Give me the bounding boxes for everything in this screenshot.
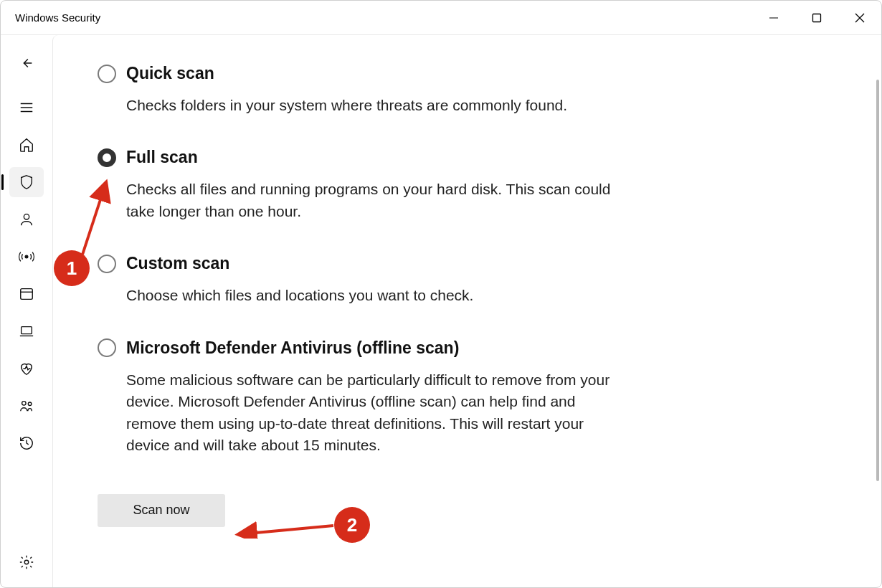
close-button[interactable] <box>838 1 881 34</box>
svg-point-14 <box>24 560 29 564</box>
option-title: Quick scan <box>126 64 214 83</box>
family-icon <box>19 398 34 414</box>
option-quick-scan: Quick scan Checks folders in your system… <box>98 64 621 116</box>
window-controls <box>752 1 881 34</box>
radio-offline-scan[interactable] <box>98 338 116 357</box>
history-icon <box>19 435 34 451</box>
svg-point-13 <box>28 402 32 406</box>
maximize-icon <box>812 13 822 23</box>
radio-quick-scan[interactable] <box>98 65 116 83</box>
svg-point-8 <box>25 255 28 258</box>
minimize-button[interactable] <box>752 1 795 34</box>
svg-point-7 <box>24 214 29 219</box>
option-title: Custom scan <box>126 254 229 273</box>
svg-rect-1 <box>813 14 821 22</box>
sidebar-item-history[interactable] <box>9 428 44 458</box>
close-icon <box>855 13 865 23</box>
sidebar-item-account[interactable] <box>9 204 44 234</box>
maximize-button[interactable] <box>795 1 838 34</box>
scan-now-button[interactable]: Scan now <box>98 494 225 527</box>
browser-icon <box>19 286 34 302</box>
sidebar-item-app-browser[interactable] <box>9 279 44 309</box>
svg-line-3 <box>855 14 864 22</box>
option-desc: Choose which files and locations you wan… <box>126 285 621 306</box>
option-desc: Checks all files and running programs on… <box>126 179 621 222</box>
back-icon <box>19 55 34 71</box>
sidebar <box>1 35 52 587</box>
window-title: Windows Security <box>15 11 100 24</box>
menu-icon <box>19 100 34 115</box>
gear-icon <box>19 554 34 570</box>
signal-icon <box>19 249 34 265</box>
sidebar-item-device-performance[interactable] <box>9 354 44 384</box>
laptop-icon <box>19 323 34 339</box>
shield-icon <box>19 174 34 190</box>
main-panel: Quick scan Checks folders in your system… <box>52 35 881 587</box>
sidebar-item-network[interactable] <box>9 242 44 272</box>
annotation-badge-2: 2 <box>334 507 370 543</box>
svg-point-12 <box>22 402 26 406</box>
sidebar-item-device-security[interactable] <box>9 316 44 346</box>
sidebar-item-family[interactable] <box>9 391 44 421</box>
svg-rect-9 <box>21 289 33 300</box>
radio-custom-scan[interactable] <box>98 255 116 273</box>
option-title: Microsoft Defender Antivirus (offline sc… <box>126 338 459 358</box>
person-icon <box>19 212 34 227</box>
menu-button[interactable] <box>9 93 44 123</box>
sidebar-item-virus-protection[interactable] <box>9 167 44 197</box>
option-full-scan: Full scan Checks all files and running p… <box>98 148 621 222</box>
titlebar: Windows Security <box>1 1 881 35</box>
option-offline-scan: Microsoft Defender Antivirus (offline sc… <box>98 338 621 457</box>
back-button[interactable] <box>9 48 44 78</box>
sidebar-item-home[interactable] <box>9 130 44 160</box>
option-title: Full scan <box>126 148 198 167</box>
scrollbar[interactable] <box>876 80 879 481</box>
home-icon <box>19 137 34 153</box>
svg-rect-11 <box>22 327 32 334</box>
minimize-icon <box>769 13 779 23</box>
option-desc: Some malicious software can be particula… <box>126 369 621 457</box>
annotation-badge-1: 1 <box>54 250 90 286</box>
radio-full-scan[interactable] <box>98 148 116 167</box>
heart-icon <box>19 361 34 376</box>
option-custom-scan: Custom scan Choose which files and locat… <box>98 254 621 306</box>
option-desc: Checks folders in your system where thre… <box>126 95 621 116</box>
svg-line-2 <box>855 14 864 22</box>
sidebar-item-settings[interactable] <box>9 547 44 577</box>
